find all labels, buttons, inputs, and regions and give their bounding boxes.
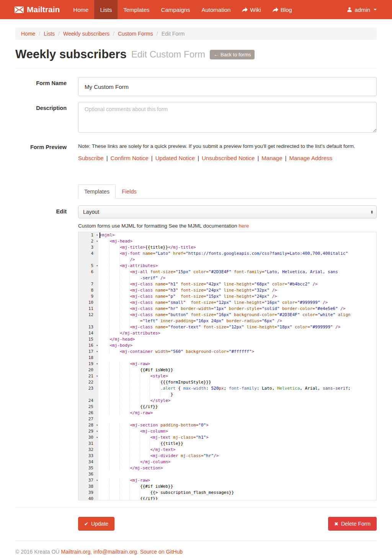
code-token: <mj-title>: [120, 245, 145, 250]
breadcrumb-item-weekly-subscribers[interactable]: Weekly subscribers: [63, 31, 109, 37]
code-token: <mj-class: [130, 282, 153, 287]
code-editor[interactable]: 1▾<mjml>2▾ <mj-head>3 <mj-title>{{title}…: [78, 232, 377, 500]
brand[interactable]: Mailtrain: [15, 0, 60, 19]
tab-templates[interactable]: Templates: [78, 184, 116, 199]
nav-item-campaigns[interactable]: Campaigns: [155, 0, 196, 19]
fold-arrow-icon[interactable]: ▾: [96, 361, 98, 367]
gutter-cell: 13: [78, 324, 98, 330]
preview-link-confirm-notice[interactable]: Confirm Notice: [111, 155, 149, 161]
code-token: <mj-class: [130, 288, 153, 293]
code-token: </mj-raw>: [130, 410, 153, 415]
code-editor-rows: 1▾<mjml>2▾ <mj-head>3 <mj-title>{{title}…: [78, 232, 376, 500]
code-token: "left": [143, 318, 158, 323]
code-token: <mjml>: [100, 233, 115, 238]
footer-link-source-on-github[interactable]: Source on GitHub: [140, 549, 183, 555]
nav-item-wiki[interactable]: Wiki: [236, 0, 266, 19]
code-line: </style>: [98, 398, 376, 404]
code-token: [153, 312, 155, 317]
editor-row: 33 <mj-divider mj-class="hr"/>: [78, 453, 376, 459]
footer-link-mailtrain-org[interactable]: Mailtrain.org: [61, 549, 90, 555]
preview-link-updated-notice[interactable]: Updated Notice: [155, 155, 195, 161]
gutter-cell: 35: [78, 465, 98, 471]
nav-item-automation[interactable]: Automation: [196, 0, 236, 19]
indent-guide: [100, 245, 120, 250]
code-token: "#2D3E4F": [277, 312, 300, 317]
indent-guide: [100, 239, 110, 244]
editor-row: 16▾ <mj-body>: [78, 343, 376, 349]
tab-fields[interactable]: Fields: [116, 184, 143, 199]
code-token: font-family: [229, 386, 257, 391]
gutter-cell: 28▾: [78, 422, 98, 428]
breadcrumb-item-home[interactable]: Home: [21, 31, 35, 37]
user-menu[interactable]: admin: [347, 7, 377, 13]
code-token: "hr": [168, 306, 178, 311]
code-token: />: [335, 325, 340, 329]
nav-item-home[interactable]: Home: [67, 0, 94, 19]
update-button[interactable]: ✔ Update: [78, 517, 114, 531]
nav-item-lists[interactable]: Lists: [94, 0, 118, 19]
indent-guide: [100, 349, 120, 354]
code-token: <mj-font: [120, 251, 140, 256]
editor-row: 12 <mj-class name="button" font-size="16…: [78, 312, 376, 318]
code-token: </mj-title>: [168, 245, 196, 250]
preview-link-unsubscribed-notice[interactable]: Unsubscribed Notice: [202, 155, 255, 161]
preview-link-separator: |: [257, 155, 259, 161]
code-line: </mj-attributes>: [98, 330, 376, 336]
fold-arrow-icon[interactable]: ▾: [96, 434, 98, 441]
code-token: [274, 318, 277, 323]
breadcrumb-item-lists[interactable]: Lists: [44, 31, 55, 37]
edit-layout-select[interactable]: Layout ▲▼: [78, 205, 377, 218]
fold-arrow-icon[interactable]: ▾: [96, 238, 98, 244]
breadcrumb-item-custom-forms[interactable]: Custom Forms: [118, 31, 153, 37]
fold-arrow-icon[interactable]: ▾: [96, 422, 98, 428]
form-name-label: Form Name: [15, 77, 78, 96]
code-token: [178, 453, 181, 458]
code-token: color=: [282, 300, 297, 305]
indent-guide: [100, 306, 130, 311]
code-token: "15px": [176, 269, 191, 274]
code-token: name=: [155, 288, 168, 293]
fold-arrow-icon[interactable]: ▾: [96, 349, 98, 355]
delete-form-button[interactable]: ✖ Delete Form: [328, 517, 377, 531]
code-token: line-height=: [247, 325, 277, 329]
preview-link-subscribe[interactable]: Subscribe: [78, 155, 104, 161]
nav-item-templates[interactable]: Templates: [118, 0, 155, 19]
editor-row: 21▾ <style>: [78, 373, 376, 379]
gutter-cell: 32: [78, 447, 98, 453]
indent-guide: [100, 484, 140, 489]
code-token: [320, 300, 323, 305]
gutter-cell: 30▾: [78, 434, 98, 441]
gutter-cell: [78, 392, 98, 398]
nav-item-blog[interactable]: Blog: [267, 0, 298, 19]
gutter-cell: 21▾: [78, 373, 98, 379]
preview-link-manage[interactable]: Manage: [261, 155, 282, 161]
fold-arrow-icon[interactable]: ▾: [96, 343, 98, 349]
mjml-doc-link[interactable]: here: [238, 223, 249, 229]
form-name-input[interactable]: [78, 77, 377, 96]
breadcrumb-separator: /: [58, 31, 60, 37]
editor-row: 25 {{/if}}: [78, 404, 376, 410]
fold-arrow-icon[interactable]: ▾: [96, 263, 98, 269]
code-token: {{/if}}: [140, 404, 158, 409]
preview-link-manage-address[interactable]: Manage Address: [289, 155, 332, 161]
page-header: Weekly subscribers Edit Custom Form ← Ba…: [15, 48, 377, 61]
code-token: "24px": [206, 288, 221, 293]
code-token: "#999999": [297, 300, 320, 305]
description-textarea[interactable]: [78, 102, 377, 133]
code-line: [98, 471, 376, 477]
back-to-forms-button[interactable]: ← Back to forms: [210, 50, 255, 59]
editor-row: 28▾ <mj-section padding-bottom="0">: [78, 422, 376, 428]
gutter-cell: 40: [78, 496, 98, 500]
fold-arrow-icon[interactable]: ▾: [96, 373, 98, 379]
code-token: font-size=: [181, 294, 206, 299]
fold-arrow-icon[interactable]: ▾: [96, 232, 98, 238]
fold-arrow-icon[interactable]: ▾: [96, 428, 98, 434]
gutter-cell: 29▾: [78, 428, 98, 434]
page-title: Weekly subscribers: [15, 48, 127, 61]
fold-arrow-icon[interactable]: ▾: [96, 477, 98, 484]
external-share-icon: [273, 7, 278, 12]
footer-link-info-mailtrain-org[interactable]: info@mailtrain.org: [93, 549, 137, 555]
user-label: admin: [354, 7, 370, 13]
left-arrow-icon: ←: [214, 52, 219, 57]
indent-guide: [100, 478, 130, 483]
